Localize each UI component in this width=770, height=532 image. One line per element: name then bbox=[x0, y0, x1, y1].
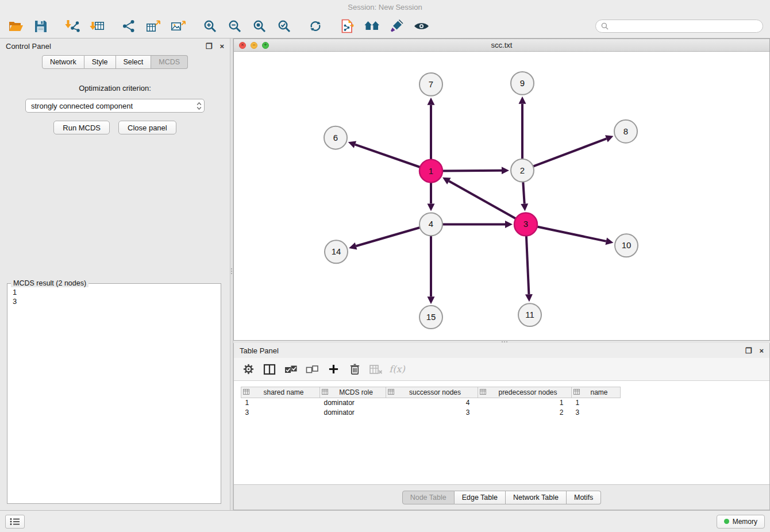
table-cell[interactable]: 2 bbox=[478, 408, 572, 418]
import-network-button[interactable] bbox=[62, 17, 83, 36]
column-label: MCDS role bbox=[328, 388, 384, 396]
close-window-icon[interactable]: × bbox=[239, 42, 246, 49]
table-cell[interactable]: 3 bbox=[386, 408, 478, 418]
column-label: successor nodes bbox=[394, 388, 476, 396]
column-header-name[interactable]: name bbox=[572, 387, 621, 398]
tab-style[interactable]: Style bbox=[84, 55, 116, 69]
memory-button[interactable]: Memory bbox=[717, 515, 765, 529]
minimize-window-icon[interactable]: − bbox=[251, 42, 257, 49]
table-cell[interactable]: dominator bbox=[320, 408, 386, 418]
toggle-column-button[interactable] bbox=[260, 361, 279, 378]
export-image-icon bbox=[171, 20, 186, 33]
tab-network-table[interactable]: Network Table bbox=[506, 491, 567, 504]
table-cell[interactable]: 1 bbox=[241, 398, 320, 408]
column-label: name bbox=[580, 388, 618, 396]
deselect-all-button[interactable] bbox=[302, 361, 322, 378]
refresh-layout-button[interactable] bbox=[305, 17, 326, 36]
export-image-button[interactable] bbox=[168, 17, 188, 36]
tab-node-table[interactable]: Node Table bbox=[402, 491, 455, 504]
column-header-shared-name[interactable]: shared name bbox=[241, 387, 320, 398]
mcds-result-title: MCDS result (2 nodes) bbox=[11, 279, 88, 287]
graph-node-label: 15 bbox=[426, 312, 436, 322]
graph-edge-3-1[interactable] bbox=[449, 181, 515, 218]
table-cell[interactable]: 4 bbox=[386, 398, 478, 408]
tab-mcds[interactable]: MCDS bbox=[151, 55, 188, 69]
eye-icon bbox=[414, 21, 429, 31]
graph-edge-3-11[interactable] bbox=[526, 236, 529, 294]
column-header-predecessor-nodes[interactable]: predecessor nodes bbox=[478, 387, 572, 398]
dropdown-value: strongly connected component bbox=[31, 102, 133, 110]
column-header-MCDS-role[interactable]: MCDS role bbox=[320, 387, 386, 398]
table-cell[interactable]: 1 bbox=[478, 398, 572, 408]
show-hide-button[interactable] bbox=[411, 17, 432, 36]
delete-column-button bbox=[366, 361, 386, 378]
tab-motifs[interactable]: Motifs bbox=[567, 491, 601, 504]
share-network-button[interactable] bbox=[118, 17, 139, 36]
import-table-button[interactable] bbox=[87, 17, 107, 36]
window-title: Session: New Session bbox=[348, 3, 422, 11]
table-cell[interactable]: 3 bbox=[572, 408, 621, 418]
run-mcds-button[interactable]: Run MCDS bbox=[53, 121, 110, 134]
zoom-in-button[interactable] bbox=[199, 17, 220, 36]
graph-edge-3-10[interactable] bbox=[537, 227, 606, 241]
delete-rows-button[interactable] bbox=[345, 361, 364, 378]
optimization-dropdown[interactable]: strongly connected component bbox=[25, 99, 205, 113]
node-table: shared nameMCDS rolesuccessor nodesprede… bbox=[241, 387, 763, 418]
open-folder-icon bbox=[9, 20, 24, 32]
open-session-button[interactable] bbox=[6, 17, 26, 36]
zoom-out-button[interactable] bbox=[224, 17, 245, 36]
network-graph[interactable]: 7968124314101511 bbox=[234, 52, 769, 340]
table-cell[interactable]: 3 bbox=[241, 408, 320, 418]
graph-edge-1-2[interactable] bbox=[442, 171, 502, 171]
export-table-button[interactable] bbox=[143, 17, 164, 36]
table-panel-header: Table Panel ❐ × bbox=[234, 343, 769, 358]
window-titlebar[interactable]: Session: New Session bbox=[0, 0, 770, 14]
graph-edge-1-6[interactable] bbox=[355, 145, 420, 167]
graph-edge-4-14[interactable] bbox=[356, 228, 420, 246]
column-header-successor-nodes[interactable]: successor nodes bbox=[386, 387, 478, 398]
graph-edge-2-3[interactable] bbox=[523, 182, 524, 204]
table-panel: Table Panel ❐ × f(x) bbox=[233, 343, 770, 510]
graph-arrowhead bbox=[428, 98, 435, 105]
select-all-button[interactable] bbox=[281, 361, 301, 378]
tab-edge-table[interactable]: Edge Table bbox=[455, 491, 506, 504]
table-splitter[interactable] bbox=[233, 341, 770, 343]
zoom-in-icon bbox=[203, 20, 217, 33]
save-session-button[interactable] bbox=[30, 17, 51, 36]
task-list-icon bbox=[10, 518, 20, 526]
maximize-window-icon[interactable]: + bbox=[262, 42, 269, 49]
mcds-result-list: 13 bbox=[7, 284, 221, 310]
graph-edge-2-8[interactable] bbox=[533, 138, 607, 166]
float-table-panel-icon[interactable]: ❐ bbox=[745, 347, 752, 354]
table-settings-button[interactable] bbox=[238, 361, 258, 378]
close-table-panel-icon[interactable]: × bbox=[759, 347, 764, 354]
export-network-document-button[interactable] bbox=[337, 17, 357, 36]
add-row-button[interactable] bbox=[324, 361, 343, 378]
refresh-icon bbox=[309, 20, 322, 33]
zoom-selected-button[interactable] bbox=[274, 17, 294, 36]
close-panel-icon[interactable]: × bbox=[220, 43, 224, 50]
paint-style-button[interactable] bbox=[386, 17, 407, 36]
graph-arrowhead bbox=[521, 203, 528, 211]
search-input[interactable] bbox=[611, 22, 757, 30]
table-panel-footer: Node TableEdge TableNetwork TableMotifs bbox=[234, 484, 769, 510]
close-panel-button[interactable]: Close panel bbox=[118, 121, 176, 134]
table-cell[interactable]: dominator bbox=[320, 398, 386, 408]
tab-select[interactable]: Select bbox=[116, 55, 152, 69]
graph-arrowhead bbox=[519, 97, 526, 104]
panel-splitter[interactable] bbox=[230, 38, 233, 510]
column-label: shared name bbox=[249, 388, 318, 396]
network-window-titlebar[interactable]: × − + scc.txt bbox=[234, 39, 769, 52]
main-area: Control Panel ❐ × NetworkStyleSelectMCDS… bbox=[0, 38, 770, 510]
tab-network[interactable]: Network bbox=[42, 55, 84, 69]
table-row[interactable]: 1dominator411 bbox=[241, 398, 763, 408]
table-cell[interactable]: 1 bbox=[572, 398, 621, 408]
float-panel-icon[interactable]: ❐ bbox=[206, 43, 213, 50]
export-table-icon bbox=[146, 20, 161, 33]
control-panel-tabs: NetworkStyleSelectMCDS bbox=[0, 55, 230, 69]
task-history-button[interactable] bbox=[5, 515, 25, 529]
zoom-fit-button[interactable] bbox=[249, 17, 270, 36]
first-neighbors-button[interactable] bbox=[361, 17, 382, 36]
fx-icon: f(x) bbox=[389, 364, 405, 375]
table-row[interactable]: 3dominator323 bbox=[241, 408, 763, 418]
